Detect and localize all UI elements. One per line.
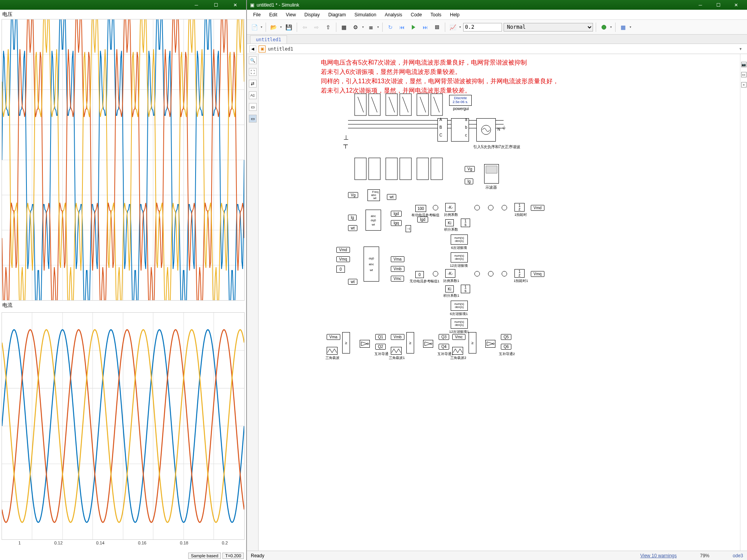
from-ig[interactable]: Ig: [348, 215, 357, 220]
inverter-leg-block[interactable]: [385, 93, 412, 116]
tf-6b[interactable]: num(s) den(s): [451, 301, 468, 311]
sum-block[interactable]: [474, 205, 480, 210]
model-canvas[interactable]: 电网电压含有5次和7次谐波，并网电流波形质量良好，电网背景谐波被抑制 若未引入6…: [259, 54, 740, 551]
up-button[interactable]: ⇧: [323, 22, 333, 32]
status-warnings-link[interactable]: View 10 warnings: [640, 553, 677, 558]
from-vmd[interactable]: Vmd: [336, 247, 350, 253]
gain-kp2[interactable]: -K-: [445, 269, 455, 278]
menu-diagram[interactable]: Diagram: [324, 11, 350, 19]
chevron-down-icon[interactable]: ▼: [459, 26, 462, 28]
inverter-leg-block[interactable]: [416, 93, 443, 116]
abc-dq0-block[interactable]: abcdq0wt: [366, 210, 381, 231]
gain-ki2[interactable]: Ki: [445, 285, 454, 292]
run-button[interactable]: [409, 22, 419, 32]
forward-button[interactable]: ⇨: [311, 22, 322, 32]
sum-block[interactable]: [502, 271, 507, 276]
step-back-button[interactable]: ⏮: [397, 22, 407, 32]
maximize-icon[interactable]: ☐: [710, 1, 726, 9]
const-0[interactable]: 0: [336, 266, 345, 273]
powergui-block[interactable]: Discrete 2.5e-06 s.: [449, 95, 472, 106]
dq0-abc-block[interactable]: dq0abcwt: [364, 247, 379, 282]
chevron-down-icon[interactable]: ▼: [377, 26, 380, 28]
menu-tools[interactable]: Tools: [427, 11, 445, 19]
model-tab[interactable]: untitled1: [250, 35, 287, 44]
ac-source-block[interactable]: [476, 118, 496, 142]
from-vmc[interactable]: Vmc: [452, 334, 465, 340]
update-diagram-button[interactable]: [599, 22, 609, 32]
library-browser-button[interactable]: ▦: [339, 22, 349, 32]
zoom-in-icon[interactable]: 🔍: [249, 56, 257, 64]
tf-6[interactable]: num(s) den(s): [451, 234, 468, 245]
goto-q1[interactable]: Q1: [375, 334, 386, 340]
goto-igq[interactable]: Igq: [391, 220, 402, 226]
not-block[interactable]: [485, 340, 495, 348]
goto-vmd[interactable]: Vmd: [531, 205, 544, 211]
three-phase-block[interactable]: [437, 118, 448, 142]
goto-q5[interactable]: Q5: [501, 334, 511, 340]
compare-block[interactable]: ≥: [406, 332, 414, 354]
goto-igd[interactable]: Igd: [391, 211, 402, 217]
menu-help[interactable]: Help: [446, 11, 464, 19]
goto-vmc[interactable]: Vmc: [391, 276, 404, 282]
new-model-button[interactable]: 📄: [249, 22, 259, 32]
model-explorer-button[interactable]: ≣: [366, 22, 376, 32]
chevron-down-icon[interactable]: ▼: [610, 26, 612, 28]
terminator-block[interactable]: ⊣: [406, 225, 411, 232]
from-vmb[interactable]: Vmb: [391, 334, 404, 340]
integrator-block2[interactable]: 1 s: [461, 285, 470, 293]
annotation-text[interactable]: 电网电压含有5次和7次谐波，并网电流波形质量良好，电网背景谐波被抑制 若未引入6…: [321, 58, 559, 95]
minimize-icon[interactable]: ─: [693, 1, 708, 9]
breadcrumb-text[interactable]: untitled1: [268, 46, 293, 52]
chevron-down-icon[interactable]: ▼: [260, 26, 263, 28]
step-forward-button[interactable]: ⏭: [420, 22, 430, 32]
goto-q4[interactable]: Q4: [439, 344, 449, 350]
chevron-down-icon[interactable]: ▼: [739, 47, 742, 51]
hide-auto-icon[interactable]: ⇄: [249, 80, 257, 88]
scope-block[interactable]: [484, 164, 499, 184]
menu-file[interactable]: File: [249, 11, 264, 19]
goto-vmq[interactable]: Vmq: [531, 271, 544, 277]
goto-q6[interactable]: Q6: [501, 344, 511, 350]
image-annot-icon[interactable]: ▭: [249, 103, 257, 111]
from-wt[interactable]: wt: [348, 225, 357, 231]
maximize-icon[interactable]: ☐: [208, 1, 224, 9]
triangle-gen[interactable]: [391, 347, 402, 355]
from-vg[interactable]: Vg: [348, 192, 358, 198]
integrator-block[interactable]: 1 s: [461, 219, 470, 227]
from-igd[interactable]: Igd: [417, 217, 428, 222]
simulation-mode-select[interactable]: Normal: [504, 23, 593, 32]
const-0b[interactable]: 0: [415, 271, 424, 278]
unit-delay[interactable]: 1 z: [514, 203, 525, 212]
goto-vg[interactable]: Vg: [465, 166, 475, 172]
unit-delay2[interactable]: 1 z: [514, 269, 525, 278]
from-vma[interactable]: Vma: [327, 334, 340, 340]
compare-block[interactable]: ≥: [342, 332, 350, 354]
menu-analysis[interactable]: Analysis: [381, 11, 406, 19]
fit-icon[interactable]: ⛶: [249, 68, 257, 76]
stop-button[interactable]: [432, 22, 442, 32]
dc-source-icon[interactable]: ⊥┬: [343, 134, 349, 148]
triangle-gen[interactable]: [327, 347, 338, 355]
chevron-down-icon[interactable]: ▼: [362, 26, 364, 28]
chevron-down-icon[interactable]: ▼: [629, 26, 632, 28]
compare-block[interactable]: ≥: [469, 332, 476, 354]
sum-block[interactable]: [474, 271, 480, 276]
model-config-button[interactable]: ⚙: [351, 22, 361, 32]
save-button[interactable]: 💾: [284, 22, 294, 32]
menu-display[interactable]: Display: [301, 11, 324, 19]
sum-block[interactable]: [433, 271, 438, 276]
build-button[interactable]: ▦: [618, 22, 628, 32]
triangle-gen[interactable]: [452, 347, 463, 355]
stop-time-input[interactable]: [463, 23, 502, 32]
const-100[interactable]: 100: [415, 205, 426, 212]
from-vmq[interactable]: Vmq: [336, 256, 350, 262]
from-wt[interactable]: wt: [348, 279, 357, 285]
expand-icon[interactable]: »: [741, 82, 747, 88]
sum-block[interactable]: [433, 205, 438, 210]
close-icon[interactable]: ✕: [227, 1, 243, 9]
minimize-icon[interactable]: ─: [189, 1, 204, 9]
hierarchy-icon[interactable]: ▣: [259, 46, 266, 52]
goto-ig[interactable]: Ig: [465, 178, 473, 184]
goto-q3[interactable]: Q3: [439, 334, 449, 340]
goto-wt[interactable]: wt: [387, 194, 396, 200]
